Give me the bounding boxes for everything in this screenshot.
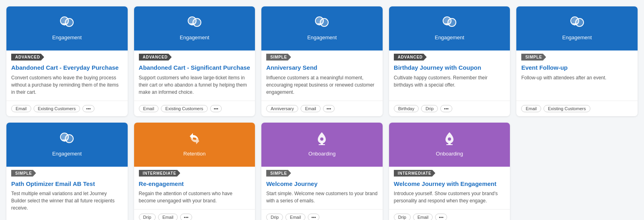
svg-point-19 xyxy=(320,137,323,141)
category-label: Engagement xyxy=(52,34,82,40)
more-tags-button[interactable]: ••• xyxy=(435,214,447,220)
level-badge: ADVANCED xyxy=(11,54,44,61)
card-card-7[interactable]: Retention INTERMEDIATE Re-engagement Reg… xyxy=(134,123,255,220)
more-tags-button[interactable]: ••• xyxy=(180,214,192,220)
level-badge: INTERMEDIATE xyxy=(139,170,181,177)
tag: Email xyxy=(158,214,178,220)
level-badge-wrap: INTERMEDIATE xyxy=(134,167,255,177)
card-title: Welcome Journey xyxy=(266,180,378,188)
card-card-9[interactable]: Onboarding INTERMEDIATE Welcome Journey … xyxy=(389,123,510,220)
card-description: Test multiple email variations and let J… xyxy=(11,190,123,220)
card-footer: EmailExisting Customers ••• xyxy=(134,101,255,116)
card-body: Abandoned Cart - Everyday Purchase Conve… xyxy=(6,61,128,101)
tag: Drip xyxy=(421,105,438,112)
tag: Email xyxy=(139,105,159,112)
card-header: Engagement xyxy=(516,6,638,50)
card-card-2[interactable]: Engagement ADVANCED Abandoned Cart - Sig… xyxy=(134,6,255,116)
card-body: Welcome Journey Start simple. Welcome ne… xyxy=(261,177,383,210)
tag: Drip xyxy=(139,214,156,220)
card-title: Re-engagement xyxy=(139,180,251,188)
tag: Drip xyxy=(266,214,283,220)
tag: Drip xyxy=(394,214,411,220)
level-badge-wrap: SIMPLE xyxy=(6,167,128,177)
card-card-1[interactable]: Engagement ADVANCED Abandoned Cart - Eve… xyxy=(6,6,128,116)
svg-point-2 xyxy=(61,18,68,24)
tag: Existing Customers xyxy=(161,105,208,112)
card-card-8[interactable]: Onboarding SIMPLE Welcome Journey Start … xyxy=(261,123,383,220)
card-header: Engagement xyxy=(389,6,510,50)
card-description: Introduce yourself. Show customers your … xyxy=(394,190,506,204)
engagement-icon xyxy=(314,14,330,30)
category-label: Onboarding xyxy=(436,151,463,157)
tag: Existing Customers xyxy=(544,105,590,112)
card-description: Cultivate happy customers. Remember thei… xyxy=(394,74,506,96)
engagement-icon xyxy=(59,131,75,147)
engagement-icon xyxy=(59,14,75,30)
svg-point-17 xyxy=(61,134,68,140)
card-footer: BirthdayDrip ••• xyxy=(389,101,510,116)
svg-point-21 xyxy=(448,137,451,141)
level-badge-wrap: INTERMEDIATE xyxy=(389,167,510,177)
category-label: Engagement xyxy=(435,34,464,40)
tag: Birthday xyxy=(394,105,419,112)
card-footer: EmailExisting Customers ••• xyxy=(6,101,128,116)
card-header: Engagement xyxy=(6,6,128,50)
tag: Existing Customers xyxy=(34,105,80,112)
card-footer: DripEmail ••• xyxy=(134,209,255,220)
level-badge: SIMPLE xyxy=(521,54,546,61)
card-grid: Engagement ADVANCED Abandoned Cart - Eve… xyxy=(6,6,638,220)
tag: Email xyxy=(285,214,305,220)
card-body: Event Follow-up Follow-up with attendees… xyxy=(516,61,638,101)
level-badge-wrap: SIMPLE xyxy=(261,167,383,177)
card-title: Anniversary Send xyxy=(266,64,378,72)
category-label: Retention xyxy=(183,151,206,157)
more-tags-button[interactable]: ••• xyxy=(82,105,94,112)
card-card-6[interactable]: Engagement SIMPLE Path Optimizer Email A… xyxy=(6,123,128,220)
card-header: Engagement xyxy=(261,6,383,50)
card-header: Onboarding xyxy=(261,123,383,167)
more-tags-button[interactable]: ••• xyxy=(210,105,222,112)
more-tags-button[interactable]: ••• xyxy=(323,105,335,112)
card-footer: DripEmail ••• xyxy=(389,209,510,220)
card-title: Welcome Journey with Engagement xyxy=(394,180,506,188)
svg-point-11 xyxy=(444,18,450,24)
onboarding-icon xyxy=(441,131,457,147)
card-body: Welcome Journey with Engagement Introduc… xyxy=(389,177,510,210)
card-title: Abandoned Cart - Significant Purchase xyxy=(139,64,251,72)
card-body: Re-engagement Regain the attention of cu… xyxy=(134,177,255,210)
svg-point-8 xyxy=(316,18,323,24)
level-badge-wrap: ADVANCED xyxy=(389,50,510,61)
card-title: Event Follow-up xyxy=(521,64,633,72)
level-badge-wrap: SIMPLE xyxy=(261,50,383,61)
card-body: Abandoned Cart - Significant Purchase Su… xyxy=(134,61,255,101)
svg-point-14 xyxy=(572,18,578,24)
card-title: Birthday Journey with Coupon xyxy=(394,64,506,72)
engagement-icon xyxy=(569,14,585,30)
card-footer: DripEmail ••• xyxy=(261,209,383,220)
card-title: Abandoned Cart - Everyday Purchase xyxy=(11,64,123,72)
level-badge-wrap: ADVANCED xyxy=(134,50,255,61)
engagement-icon xyxy=(187,14,203,30)
retention-icon xyxy=(187,131,203,147)
tag: Email xyxy=(413,214,433,220)
card-header: Engagement xyxy=(6,123,128,167)
card-header: Onboarding xyxy=(389,123,510,167)
card-card-4[interactable]: Engagement ADVANCED Birthday Journey wit… xyxy=(389,6,510,116)
card-header: Retention xyxy=(134,123,255,167)
level-badge-wrap: ADVANCED xyxy=(6,50,128,61)
card-card-5[interactable]: Engagement SIMPLE Event Follow-up Follow… xyxy=(516,6,638,116)
tag: Email xyxy=(521,105,541,112)
card-description: Regain the attention of customers who ha… xyxy=(139,190,251,204)
card-body: Anniversary Send Influence customers at … xyxy=(261,61,383,101)
svg-point-5 xyxy=(189,18,195,24)
category-label: Engagement xyxy=(307,34,337,40)
more-tags-button[interactable]: ••• xyxy=(308,214,320,220)
card-card-3[interactable]: Engagement SIMPLE Anniversary Send Influ… xyxy=(261,6,383,116)
card-description: Follow-up with attendees after an event. xyxy=(521,74,633,96)
card-header: Engagement xyxy=(134,6,255,50)
level-badge: SIMPLE xyxy=(266,54,291,61)
tag: Anniversary xyxy=(266,105,298,112)
card-description: Convert customers who leave the buying p… xyxy=(11,74,123,96)
more-tags-button[interactable]: ••• xyxy=(440,105,452,112)
tag: Email xyxy=(11,105,31,112)
